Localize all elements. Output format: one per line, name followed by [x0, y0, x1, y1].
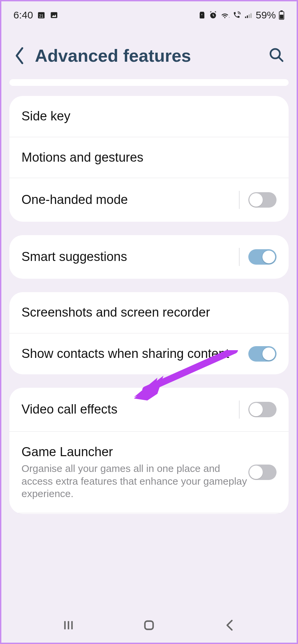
svg-rect-8 [249, 14, 250, 18]
setting-description: Organise all your games all in one place… [21, 462, 248, 500]
settings-group: Side key Motions and gestures One-handed… [9, 96, 289, 222]
wifi-calling-icon [232, 11, 242, 19]
svg-rect-20 [145, 621, 153, 630]
back-button[interactable] [13, 46, 26, 65]
setting-label: One-handed mode [21, 192, 230, 208]
divider [239, 400, 240, 419]
status-bar: 6:40 21 + 59% [1, 1, 297, 24]
setting-screenshots-recorder[interactable]: Screenshots and screen recorder [9, 292, 289, 333]
toggle-smart-suggestions[interactable] [248, 249, 277, 265]
setting-label: Game Launcher [21, 444, 248, 460]
settings-group: Smart suggestions [9, 235, 289, 279]
svg-rect-6 [245, 16, 246, 18]
page-title: Advanced features [35, 46, 259, 66]
toggle-video-call-effects[interactable] [248, 402, 277, 417]
setting-label: Side key [21, 109, 277, 124]
toggle-game-launcher[interactable] [248, 465, 277, 480]
setting-game-launcher[interactable]: Game Launcher Organise all your games al… [9, 432, 289, 513]
gallery-icon [50, 11, 58, 19]
setting-video-call-effects[interactable]: Video call effects [9, 388, 289, 432]
divider [239, 191, 240, 209]
svg-rect-12 [280, 15, 284, 19]
battery-icon [279, 10, 285, 20]
setting-show-contacts-sharing[interactable]: Show contacts when sharing content [9, 333, 289, 374]
toggle-one-handed-mode[interactable] [248, 192, 277, 208]
wifi-icon: + [220, 11, 230, 19]
setting-label: Video call effects [21, 402, 230, 417]
setting-label: Motions and gestures [21, 150, 277, 165]
setting-label: Show contacts when sharing content [21, 346, 248, 362]
status-clock: 6:40 [13, 9, 33, 21]
settings-group: Screenshots and screen recorder Show con… [9, 292, 289, 374]
svg-rect-2 [51, 12, 58, 18]
svg-line-14 [279, 57, 283, 61]
setting-label: Screenshots and screen recorder [21, 305, 277, 320]
svg-text:21: 21 [39, 14, 44, 18]
battery-percent: 59% [256, 9, 276, 21]
setting-smart-suggestions[interactable]: Smart suggestions [9, 235, 289, 279]
settings-group: Video call effects Game Launcher Organis… [9, 388, 289, 514]
alarm-icon [209, 11, 217, 19]
nav-back-button[interactable] [222, 618, 237, 634]
search-button[interactable] [268, 47, 285, 64]
svg-rect-11 [281, 10, 283, 12]
divider-pill [9, 79, 289, 86]
cellular-signal-icon [244, 11, 253, 19]
setting-side-key[interactable]: Side key [9, 96, 289, 137]
recents-button[interactable] [61, 618, 76, 634]
svg-text:+: + [229, 15, 230, 19]
svg-rect-9 [250, 13, 251, 18]
recycle-icon [198, 11, 206, 19]
setting-motions-gestures[interactable]: Motions and gestures [9, 137, 289, 178]
navigation-bar [1, 612, 297, 643]
setting-one-handed-mode[interactable]: One-handed mode [9, 178, 289, 222]
svg-rect-7 [247, 15, 248, 18]
calendar-icon: 21 [37, 11, 46, 19]
setting-label: Smart suggestions [21, 249, 230, 265]
header: Advanced features [1, 24, 297, 79]
toggle-show-contacts-sharing[interactable] [248, 346, 277, 362]
divider [239, 248, 240, 266]
home-button[interactable] [142, 618, 156, 634]
